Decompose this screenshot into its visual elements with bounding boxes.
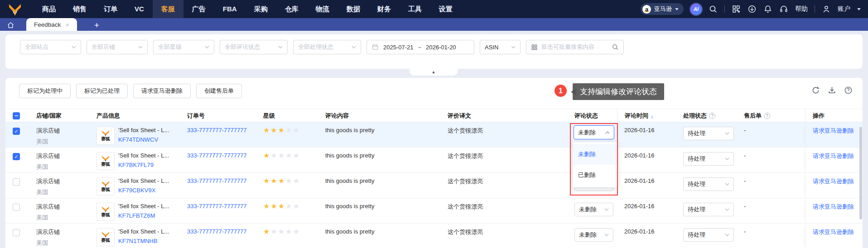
row-checkbox[interactable] [13, 128, 20, 135]
col-product: 产品信息 [89, 112, 180, 120]
product-code-link[interactable]: KF79CBKV9X [118, 187, 169, 194]
handle-status-select[interactable]: 待处理 [683, 203, 734, 216]
handle-status-select[interactable]: 待处理 [683, 228, 734, 242]
filter-select[interactable]: 全部星级 [153, 40, 214, 54]
bulk-action-button[interactable]: 请求亚马逊删除 [133, 84, 191, 98]
action-cell: 请求亚马逊删除 [805, 122, 868, 147]
review-time-cell: 2026-01-16 [617, 173, 676, 198]
user-avatar-icon[interactable] [822, 5, 831, 14]
account-menu[interactable]: 账户 [838, 5, 850, 13]
product-thumbnail[interactable]: 赛狐 [96, 152, 115, 170]
store-country: 美国 [36, 188, 89, 196]
nav-menu-item[interactable]: 工具 [400, 0, 430, 18]
request-amazon-delete-link[interactable]: 请求亚马逊删除 [813, 203, 854, 210]
row-checkbox[interactable] [13, 204, 20, 211]
review-status-option[interactable]: 已删除 [573, 165, 617, 186]
help-link[interactable]: 帮助 [795, 5, 808, 13]
nav-menu-item[interactable]: 数据 [338, 0, 369, 18]
request-amazon-delete-link[interactable]: 请求亚马逊删除 [813, 229, 854, 235]
row-select-cell [5, 122, 29, 147]
star-filled-icon: ★ [270, 202, 278, 210]
order-number-link[interactable]: 333-7777777-7777777 [187, 127, 247, 134]
tab-feedback[interactable]: Feedback × [26, 18, 77, 31]
nav-menu-item[interactable]: 客服 [153, 0, 183, 18]
request-amazon-delete-link[interactable]: 请求亚马逊删除 [813, 153, 854, 159]
nav-menu-item[interactable]: 财务 [369, 0, 400, 18]
bulk-action-button[interactable]: 标记为已处理 [76, 84, 128, 98]
add-tab-button[interactable]: + [94, 21, 99, 29]
request-amazon-delete-link[interactable]: 请求亚马逊删除 [813, 127, 854, 134]
rating-cell: ★★★★★ [256, 224, 318, 248]
product-thumbnail[interactable]: 赛狐 [96, 177, 115, 196]
batch-search-input[interactable]: 双击可批量搜索内容 [526, 40, 624, 54]
request-amazon-delete-link[interactable]: 请求亚马逊删除 [813, 178, 854, 185]
product-code-link[interactable]: KF7BK7FL79 [118, 162, 169, 168]
filter-select[interactable]: 全部评论状态 [220, 40, 288, 54]
product-thumbnail[interactable]: 赛狐 [96, 228, 115, 246]
help-circle-icon[interactable] [844, 86, 853, 95]
row-checkbox[interactable] [13, 229, 20, 236]
app-logo-fox-icon[interactable] [8, 3, 22, 15]
order-number-link[interactable]: 333-7777777-7777777 [187, 152, 247, 159]
filter-select[interactable]: 全部站点 [20, 40, 81, 54]
customer-support-headset-icon[interactable] [779, 5, 788, 14]
home-tab-button[interactable] [0, 21, 21, 29]
question-circle-icon[interactable]: ? [764, 113, 770, 119]
fox-logo-icon [101, 232, 110, 238]
sort-desc-icon[interactable]: ↓ [651, 113, 654, 119]
vertical-scrollbar-thumb[interactable] [859, 127, 862, 219]
nav-menu-item[interactable]: 采购 [246, 0, 276, 18]
filter-select[interactable]: 全部处理状态 [293, 40, 361, 54]
apps-grid-icon[interactable] [732, 5, 741, 14]
nav-menu-item[interactable]: 商品 [34, 0, 64, 18]
filter-select[interactable]: 全部店铺 [87, 40, 148, 54]
review-status-select-open[interactable]: 未删除 [574, 125, 614, 139]
col-review-time[interactable]: 评论时间 ↓ [617, 109, 676, 123]
handle-status-select[interactable]: 待处理 [683, 152, 734, 166]
nav-menu-item[interactable]: FBA [214, 0, 246, 18]
search-type-select[interactable]: ASIN [480, 40, 521, 54]
product-thumbnail[interactable]: 赛狐 [96, 127, 115, 145]
download-center-icon[interactable] [747, 5, 757, 14]
nav-menu-item[interactable]: 物流 [307, 0, 338, 18]
close-icon[interactable]: × [65, 21, 69, 29]
ai-assistant-button[interactable]: AI [690, 4, 702, 15]
question-circle-icon[interactable]: ? [709, 113, 715, 119]
select-all-checkbox[interactable] [13, 112, 20, 119]
nav-menu-item[interactable]: 设置 [430, 0, 461, 18]
row-checkbox[interactable] [13, 153, 20, 160]
bulk-action-button[interactable]: 标记为处理中 [19, 84, 71, 98]
divider [724, 5, 725, 13]
export-download-icon[interactable] [828, 86, 836, 95]
collapse-filter-toggle[interactable]: ▲ [410, 69, 458, 76]
review-status-select[interactable]: 未删除 [574, 228, 613, 242]
table-tools [811, 86, 853, 95]
bulk-action-button[interactable]: 创建售后单 [196, 84, 242, 98]
fox-logo-icon [101, 206, 110, 212]
product-code-link[interactable]: KF7N1TMNHB [118, 238, 169, 244]
row-checkbox[interactable] [13, 178, 20, 186]
star-empty-icon: ★ [285, 228, 293, 235]
order-number-link[interactable]: 333-7777777-7777777 [187, 228, 247, 235]
marketplace-switcher[interactable]: a 亚马逊 [641, 3, 684, 15]
refresh-icon[interactable] [811, 86, 820, 95]
review-status-option[interactable]: 未删除 [573, 144, 617, 165]
handle-status-select[interactable]: 待处理 [683, 177, 734, 191]
product-thumbnail[interactable]: 赛狐 [96, 203, 115, 221]
notifications-bell-icon[interactable] [763, 5, 772, 14]
review-status-select[interactable]: 未删除 [574, 203, 613, 216]
handle-status-select[interactable]: 待处理 [683, 127, 734, 140]
nav-menu-item[interactable]: 订单 [95, 0, 126, 18]
search-icon[interactable] [709, 5, 718, 14]
nav-menu-item[interactable]: 广告 [183, 0, 214, 18]
date-range-picker[interactable]: 2025-07-21 ~ 2026-01-20 [366, 40, 474, 54]
order-number-link[interactable]: 333-7777777-7777777 [187, 177, 247, 184]
nav-menu-item[interactable]: 销售 [64, 0, 95, 18]
order-cell: 333-7777777-7777777 [180, 198, 256, 223]
star-empty-icon: ★ [293, 126, 300, 134]
product-code-link[interactable]: KF74TDNWCV [118, 136, 169, 143]
nav-menu-item[interactable]: 仓库 [276, 0, 307, 18]
order-number-link[interactable]: 333-7777777-7777777 [187, 203, 247, 210]
product-code-link[interactable]: KF7LFBTZ6M [118, 212, 169, 219]
nav-menu-item[interactable]: VC [126, 0, 153, 18]
